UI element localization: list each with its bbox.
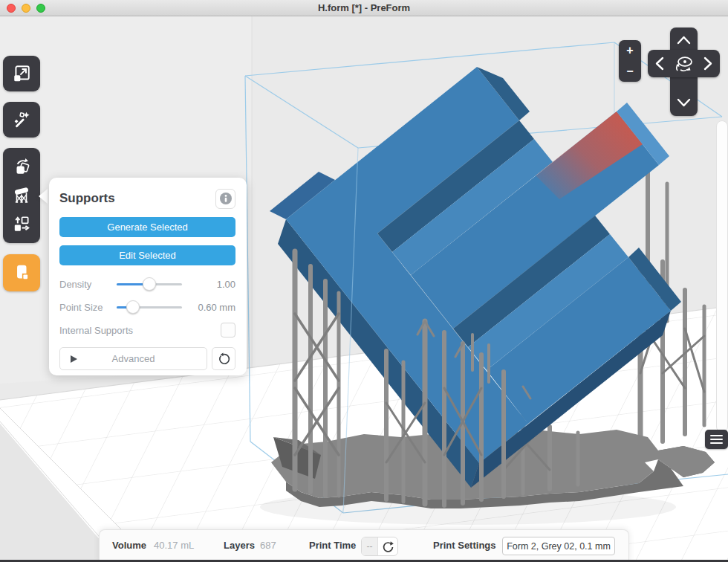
advanced-label: Advanced [112,353,155,364]
zoom-out-button[interactable]: − [619,61,641,82]
supports-icon [12,186,31,205]
point-size-slider-knob[interactable] [126,300,140,314]
generate-selected-button[interactable]: Generate Selected [59,217,235,237]
print-time-control: -- [361,537,398,556]
slicer-menu-button[interactable] [705,430,728,449]
tool-sidebar [3,56,40,291]
zoom-window-button[interactable] [36,4,45,13]
advanced-button[interactable]: Advanced [59,347,207,370]
window-titlebar: H.form [*] - PreForm [0,0,728,16]
expand-triangle-icon [71,355,77,363]
scale-icon [12,64,31,83]
print-time-label: Print Time [309,530,356,561]
rotate-icon [12,157,31,176]
minimize-window-button[interactable] [22,4,30,13]
density-label: Density [59,279,115,290]
close-window-button[interactable] [7,4,16,13]
hamburger-icon [710,435,723,436]
zoom-control: + − [619,40,641,82]
layout-icon [12,215,31,234]
sidebar-item-scale[interactable] [3,56,40,91]
cartridge-icon [12,263,31,282]
sidebar-item-supports[interactable] [3,181,40,210]
reset-icon [217,352,230,366]
orbit-view-button[interactable] [672,60,695,83]
print-time-value: -- [362,537,378,555]
point-size-value: 0.60 mm [198,302,235,313]
window-title: H.form [*] - PreForm [318,2,410,13]
layer-slider-track[interactable] [716,120,728,433]
density-slider-knob[interactable] [143,277,156,291]
panel-pointer-arrow [39,189,48,204]
print-settings-selector[interactable]: Form 2, Grey 02, 0.1 mm [502,537,615,555]
rotate-left-button[interactable] [648,52,670,74]
sidebar-item-layout[interactable] [3,210,40,239]
print-button[interactable] [3,254,40,291]
tool-group [3,148,40,243]
volume-value: 40.17 mL [154,530,194,561]
density-slider[interactable] [117,277,182,291]
info-icon [219,192,233,205]
point-size-slider[interactable] [117,300,182,314]
edit-selected-button[interactable]: Edit Selected [59,245,235,265]
internal-supports-checkbox[interactable] [221,323,235,337]
point-size-label: Point Size [59,302,115,313]
volume-label: Volume [112,530,146,561]
print-settings-label: Print Settings [433,530,496,561]
sidebar-item-one-click-print[interactable] [3,102,40,138]
zoom-in-button[interactable]: + [619,40,641,61]
magic-wand-icon [12,110,31,129]
layers-label: Layers [224,530,255,561]
view-navigation-pad [648,28,720,116]
panel-title: Supports [59,191,115,206]
layers-value: 687 [260,530,276,561]
reset-defaults-button[interactable] [212,347,235,370]
rotate-up-button[interactable] [672,28,695,50]
rotate-right-button[interactable] [698,52,720,74]
density-value: 1.00 [217,279,235,290]
supports-panel: Supports Generate Selected Edit Selected… [49,178,247,375]
traffic-lights [7,4,45,13]
refresh-print-time-button[interactable] [378,537,397,555]
sidebar-item-orientation[interactable] [3,152,40,181]
viewport-area: Supports Generate Selected Edit Selected… [0,16,728,562]
print-status-bar: Volume 40.17 mL Layers 687 Print Time --… [99,529,629,562]
rotate-down-button[interactable] [672,94,695,116]
info-button[interactable] [215,189,235,209]
internal-supports-label: Internal Supports [59,325,133,336]
refresh-icon [382,540,394,553]
